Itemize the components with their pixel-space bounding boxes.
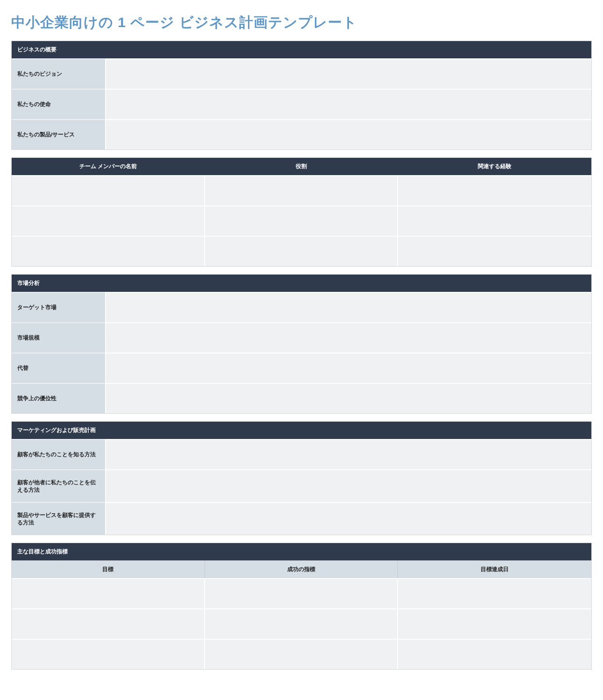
team-section: チーム メンバーの名前 役割 関連する経験 — [11, 157, 592, 267]
market-row-label: 代替 — [12, 353, 105, 383]
goals-col-metric: 成功の指標 — [205, 560, 398, 578]
team-cell[interactable] — [12, 237, 204, 265]
team-cell[interactable] — [205, 206, 397, 234]
team-cell[interactable] — [205, 176, 397, 204]
goals-cell[interactable] — [12, 609, 204, 637]
team-cell[interactable] — [12, 176, 204, 204]
overview-vision-input[interactable] — [106, 59, 591, 87]
team-cell[interactable] — [205, 237, 397, 265]
marketing-row-label: 顧客が他者に私たちのことを伝える方法 — [12, 469, 105, 502]
goals-cell[interactable] — [205, 609, 397, 637]
marketing-deliver-input[interactable] — [106, 504, 591, 532]
overview-product-input[interactable] — [106, 120, 591, 148]
market-size-input[interactable] — [106, 323, 591, 351]
overview-row-label: 私たちの製品/サービス — [12, 119, 105, 149]
marketing-row-label: 製品やサービスを顧客に提供する方法 — [12, 502, 105, 535]
goals-cell[interactable] — [12, 579, 204, 607]
business-overview-section: ビジネスの概要 私たちのビジョン 私たちの使命 私たちの製品/サービス — [11, 41, 592, 150]
market-alt-input[interactable] — [106, 354, 591, 382]
market-row-label: ターゲット市場 — [12, 292, 105, 322]
marketing-plan-section: マーケティングおよび販売計画 顧客が私たちのことを知る方法 顧客が他者に私たちの… — [11, 421, 592, 535]
market-row-label: 競争上の優位性 — [12, 383, 105, 413]
market-header: 市場分析 — [12, 275, 591, 292]
team-cell[interactable] — [398, 206, 591, 234]
overview-mission-input[interactable] — [106, 90, 591, 118]
team-col-name: チーム メンバーの名前 — [12, 158, 205, 175]
goals-section: 主な目標と成功指標 目標 成功の指標 目標達成日 — [11, 543, 592, 670]
goals-cell[interactable] — [398, 609, 591, 637]
goals-cell[interactable] — [12, 640, 204, 668]
marketing-know-input[interactable] — [106, 440, 591, 468]
marketing-header: マーケティングおよび販売計画 — [12, 422, 591, 439]
team-cell[interactable] — [12, 206, 204, 234]
market-advantage-input[interactable] — [106, 384, 591, 412]
goals-col-date: 目標達成日 — [398, 560, 591, 578]
goals-header: 主な目標と成功指標 — [12, 543, 591, 560]
business-overview-header: ビジネスの概要 — [12, 41, 591, 58]
team-col-role: 役割 — [205, 158, 398, 175]
team-col-exp: 関連する経験 — [398, 158, 591, 175]
marketing-tell-input[interactable] — [106, 472, 591, 500]
team-cell[interactable] — [398, 176, 591, 204]
goals-cell[interactable] — [398, 579, 591, 607]
market-target-input[interactable] — [106, 293, 591, 321]
marketing-row-label: 顧客が私たちのことを知る方法 — [12, 439, 105, 469]
overview-row-label: 私たちのビジョン — [12, 58, 105, 89]
page-title: 中小企業向けの 1 ページ ビジネス計画テンプレート — [11, 13, 592, 32]
goals-col-goal: 目標 — [12, 560, 205, 578]
team-cell[interactable] — [398, 237, 591, 265]
goals-cell[interactable] — [205, 579, 397, 607]
market-analysis-section: 市場分析 ターゲット市場 市場規模 代替 競争上の優位性 — [11, 274, 592, 414]
overview-row-label: 私たちの使命 — [12, 89, 105, 119]
market-row-label: 市場規模 — [12, 322, 105, 353]
goals-cell[interactable] — [398, 640, 591, 668]
goals-cell[interactable] — [205, 640, 397, 668]
